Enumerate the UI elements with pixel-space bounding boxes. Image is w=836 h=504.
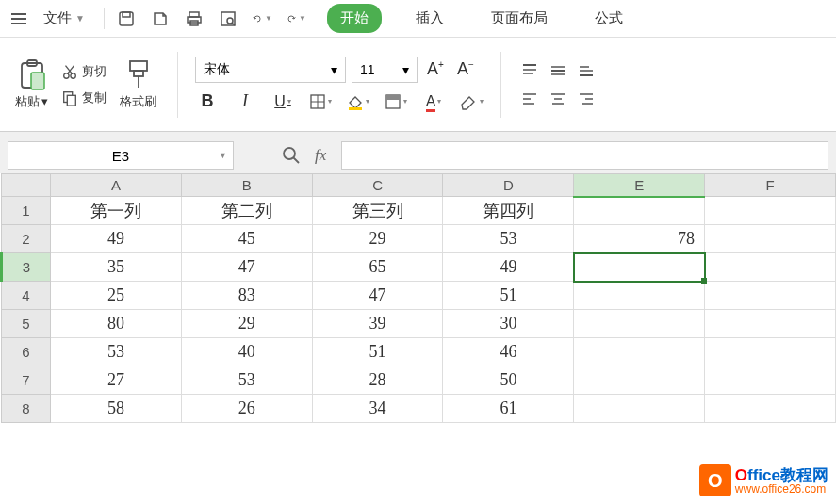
copy-button[interactable]: 复制 <box>61 89 107 106</box>
cell[interactable]: 第四列 <box>443 197 574 225</box>
italic-button[interactable]: I <box>233 90 257 113</box>
preview-icon[interactable] <box>218 8 238 29</box>
clear-format-button[interactable]: ▾ <box>459 90 484 113</box>
print-preview-icon[interactable] <box>150 8 171 29</box>
cell[interactable] <box>574 366 705 395</box>
cell[interactable] <box>574 197 705 225</box>
formula-input[interactable] <box>341 141 828 170</box>
cell[interactable]: 51 <box>312 338 443 366</box>
fill-color-button[interactable]: ▾ <box>346 90 370 113</box>
row-header[interactable]: 1 <box>2 197 51 225</box>
paste-button[interactable]: 粘贴 ▾ <box>11 56 52 114</box>
cell[interactable] <box>705 282 836 310</box>
font-color-button[interactable]: A ▾ <box>421 90 446 113</box>
cell[interactable]: 45 <box>181 225 312 253</box>
cell[interactable]: 49 <box>51 225 182 253</box>
cell[interactable]: 30 <box>443 310 574 338</box>
cell[interactable]: 51 <box>443 282 574 310</box>
cell[interactable]: 46 <box>443 338 574 366</box>
align-left-button[interactable] <box>518 88 541 110</box>
fill-handle[interactable] <box>701 278 707 284</box>
grid[interactable]: A B C D E F 1 第一列 第二列 第三列 第四列 2 49 45 29… <box>0 173 836 423</box>
tab-page-layout[interactable]: 页面布局 <box>478 4 561 33</box>
cell[interactable]: 47 <box>312 282 443 310</box>
cell[interactable] <box>705 366 836 395</box>
cell[interactable]: 25 <box>51 282 182 310</box>
cell[interactable] <box>574 338 705 366</box>
cell[interactable] <box>705 310 836 338</box>
row-header[interactable]: 5 <box>2 310 51 338</box>
cell[interactable]: 78 <box>574 225 705 253</box>
cell[interactable] <box>705 197 836 225</box>
col-header-a[interactable]: A <box>51 174 182 197</box>
cell[interactable]: 29 <box>181 310 312 338</box>
cut-button[interactable]: 剪切 <box>61 63 107 80</box>
cell[interactable] <box>574 310 705 338</box>
cell[interactable]: 第二列 <box>181 197 312 225</box>
tab-formula[interactable]: 公式 <box>582 4 636 33</box>
save-icon[interactable] <box>116 8 137 29</box>
align-right-button[interactable] <box>575 88 598 110</box>
row-header[interactable]: 6 <box>2 338 51 366</box>
cell[interactable]: 第三列 <box>312 197 443 225</box>
font-name-select[interactable]: 宋体 ▾ <box>195 57 346 83</box>
tab-insert[interactable]: 插入 <box>402 4 457 33</box>
col-header-c[interactable]: C <box>312 174 443 197</box>
cell[interactable]: 47 <box>181 253 312 282</box>
cell[interactable]: 83 <box>181 282 312 310</box>
align-bottom-button[interactable] <box>575 59 598 82</box>
cell[interactable]: 39 <box>312 310 443 338</box>
cell[interactable]: 53 <box>443 225 574 253</box>
cell[interactable] <box>705 395 836 423</box>
cell[interactable]: 27 <box>51 366 182 395</box>
bold-button[interactable]: B <box>195 90 220 113</box>
row-header[interactable]: 2 <box>2 225 51 253</box>
cell[interactable]: 35 <box>51 253 182 282</box>
cell[interactable] <box>705 253 836 282</box>
col-header-f[interactable]: F <box>705 174 836 197</box>
col-header-b[interactable]: B <box>181 174 312 197</box>
cell[interactable]: 53 <box>181 366 312 395</box>
align-center-button[interactable] <box>547 88 569 110</box>
row-header[interactable]: 4 <box>2 282 51 310</box>
cell[interactable]: 53 <box>51 338 182 366</box>
align-top-button[interactable] <box>518 59 541 82</box>
increase-font-button[interactable]: A+ <box>423 58 448 81</box>
file-menu[interactable]: 文件 ▼ <box>36 6 92 31</box>
name-box[interactable]: E3 ▼ <box>8 141 234 170</box>
redo-button[interactable]: ▼ <box>286 8 306 29</box>
cell[interactable]: 49 <box>443 253 574 282</box>
undo-button[interactable]: ▼ <box>252 8 272 29</box>
cell[interactable]: 28 <box>312 366 443 395</box>
cell[interactable] <box>574 282 705 310</box>
cell[interactable]: 40 <box>181 338 312 366</box>
cell-style-button[interactable]: ▾ <box>384 90 408 113</box>
col-header-d[interactable]: D <box>443 174 574 197</box>
row-header[interactable]: 3 <box>2 253 51 282</box>
row-header[interactable]: 7 <box>2 366 51 395</box>
cell[interactable]: 58 <box>51 395 182 423</box>
align-middle-button[interactable] <box>547 59 569 82</box>
cell[interactable]: 29 <box>312 225 443 253</box>
cell[interactable] <box>574 395 705 423</box>
underline-button[interactable]: U▾ <box>270 90 295 113</box>
zoom-icon[interactable] <box>279 143 303 168</box>
cell[interactable]: 第一列 <box>51 197 182 225</box>
select-all-corner[interactable] <box>2 174 51 197</box>
hamburger-menu-icon[interactable] <box>8 9 30 28</box>
cell[interactable]: 50 <box>443 366 574 395</box>
cell[interactable]: 34 <box>312 395 443 423</box>
print-icon[interactable] <box>184 8 205 29</box>
active-cell[interactable] <box>574 253 705 282</box>
borders-button[interactable]: ▾ <box>308 90 333 113</box>
cell[interactable] <box>705 225 836 253</box>
cell[interactable]: 61 <box>443 395 574 423</box>
cell[interactable]: 80 <box>51 310 182 338</box>
cell[interactable]: 26 <box>181 395 312 423</box>
cell[interactable]: 65 <box>312 253 443 282</box>
cell[interactable] <box>705 338 836 366</box>
col-header-e[interactable]: E <box>574 174 705 197</box>
fx-label[interactable]: fx <box>315 146 326 165</box>
tab-start[interactable]: 开始 <box>327 4 382 33</box>
decrease-font-button[interactable]: A− <box>453 58 478 81</box>
